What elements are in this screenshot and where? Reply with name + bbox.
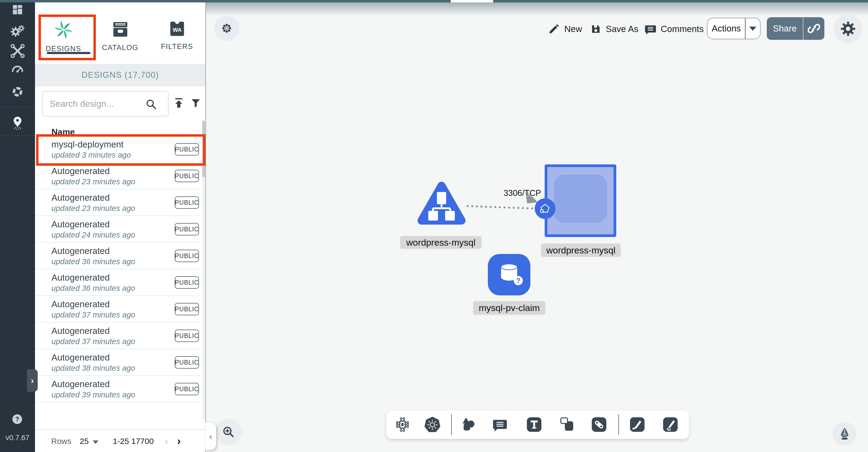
- actions-split-button[interactable]: Actions: [707, 18, 761, 39]
- node-label-service: wordpress-mysql: [400, 236, 482, 249]
- sidebar-item-performance[interactable]: [0, 60, 35, 80]
- visibility-badge: PUBLIC: [175, 170, 199, 182]
- pagination-footer: Rows 25 1-25 17700 ‹ ›: [35, 429, 206, 452]
- shapes-tool-button[interactable]: [460, 416, 477, 433]
- sidebar-expand-button[interactable]: ›: [27, 369, 38, 392]
- help-question-icon: ?: [16, 415, 20, 423]
- tab-filters[interactable]: WA FILTERS: [149, 0, 206, 64]
- design-updated: updated 38 minutes ago: [52, 364, 135, 373]
- kubernetes-tool-button[interactable]: [424, 416, 441, 433]
- new-label: New: [564, 24, 582, 34]
- catalog-archive-icon: [112, 21, 129, 39]
- actions-dropdown-button[interactable]: [745, 27, 760, 31]
- next-page-button[interactable]: ›: [177, 435, 181, 447]
- previous-page-button[interactable]: ‹: [165, 435, 168, 447]
- filter-funnel-icon: [190, 97, 202, 109]
- help-button[interactable]: ?: [12, 414, 22, 424]
- freehand-draw-button[interactable]: [662, 416, 679, 433]
- lifecycle-gears-icon: [9, 22, 26, 41]
- design-signature-button[interactable]: [833, 422, 857, 446]
- toolbar-divider: [618, 414, 619, 435]
- chevron-down-icon: [749, 27, 756, 31]
- chevron-right-icon: ›: [31, 376, 34, 386]
- visibility-badge: PUBLIC: [175, 143, 199, 156]
- comment-icon: [491, 416, 508, 433]
- node-pvc-mysql-pv-claim[interactable]: ?: [488, 254, 530, 296]
- connection-tool-icon: [590, 416, 608, 433]
- sidebar-item-extensions[interactable]: [0, 82, 35, 102]
- share-label: Share: [767, 23, 803, 34]
- design-row[interactable]: Autogenerated updated 39 minutes ago PUB…: [35, 376, 203, 402]
- design-row[interactable]: Autogenerated updated 38 minutes ago PUB…: [35, 349, 203, 376]
- design-updated: updated 37 minutes ago: [52, 337, 135, 346]
- configuration-wrenches-icon: [9, 43, 26, 60]
- design-name: Autogenerated: [52, 219, 110, 229]
- drawer-collapse-button[interactable]: ‹: [206, 422, 216, 450]
- sidebar-item-configuration[interactable]: [0, 41, 35, 62]
- design-row[interactable]: Autogenerated updated 23 minutes ago PUB…: [35, 189, 203, 216]
- design-row[interactable]: Autogenerated updated 23 minutes ago PUB…: [35, 163, 203, 189]
- zoom-in-button[interactable]: [215, 419, 242, 445]
- comment-tool-button[interactable]: [491, 416, 508, 433]
- sidebar-item-dashboard[interactable]: [0, 0, 35, 21]
- design-updated: updated 3 minutes ago: [52, 151, 131, 160]
- canvas-top-shadow: [206, 2, 868, 19]
- list-scrollbar-thumb[interactable]: [202, 121, 205, 177]
- active-tab-indicator: [47, 52, 90, 54]
- design-updated: updated 23 minutes ago: [52, 177, 135, 186]
- publish-upload-icon: [172, 97, 185, 110]
- import-design-button[interactable]: [172, 97, 185, 111]
- node-label-deployment: wordpress-mysql: [541, 244, 621, 257]
- visibility-badge: PUBLIC: [175, 330, 199, 342]
- sidebar-item-lifecycle[interactable]: [0, 21, 35, 42]
- design-row[interactable]: Autogenerated updated 36 minutes ago PUB…: [35, 243, 203, 269]
- kubernetes-icon: [424, 416, 441, 433]
- rectangle-tool-icon: [558, 416, 576, 433]
- settings-button[interactable]: [834, 14, 862, 43]
- node-service-wordpress-mysql[interactable]: [416, 180, 467, 230]
- designs-drawer: DESIGNS CATALOG WA: [35, 0, 206, 452]
- canvas-flower-menu-button[interactable]: [214, 15, 239, 41]
- chevron-down-icon[interactable]: [93, 441, 98, 444]
- edge-port-badge[interactable]: [535, 198, 555, 219]
- design-updated: updated 23 minutes ago: [52, 204, 135, 213]
- performance-gauge-icon: [9, 62, 26, 79]
- design-name: Autogenerated: [52, 272, 110, 283]
- save-as-button[interactable]: Save As: [590, 16, 638, 42]
- annotation-pen-button[interactable]: [629, 416, 646, 433]
- design-updated: updated 37 minutes ago: [52, 311, 135, 319]
- design-row[interactable]: Autogenerated updated 24 minutes ago PUB…: [35, 216, 203, 243]
- new-design-button[interactable]: New: [548, 16, 582, 42]
- design-row[interactable]: mysql-deployment updated 3 minutes ago P…: [35, 136, 203, 163]
- freehand-draw-icon: [662, 416, 679, 433]
- filter-list-button[interactable]: [190, 97, 202, 110]
- design-row[interactable]: Autogenerated updated 37 minutes ago PUB…: [35, 296, 203, 323]
- sidebar-item-kanvas[interactable]: [0, 112, 35, 133]
- visibility-badge: PUBLIC: [175, 250, 199, 262]
- component-tool-button[interactable]: [394, 416, 411, 433]
- design-list: mysql-deployment updated 3 minutes ago P…: [35, 136, 203, 402]
- design-row[interactable]: Autogenerated updated 36 minutes ago PUB…: [35, 269, 203, 296]
- design-updated: updated 36 minutes ago: [52, 284, 135, 293]
- chevron-left-icon: ‹: [209, 431, 212, 442]
- share-split-button[interactable]: Share: [767, 17, 825, 40]
- pen-nib-icon: [838, 427, 851, 441]
- dashboard-icon: [10, 2, 25, 19]
- text-tool-button[interactable]: [526, 416, 543, 433]
- meshery-spiral-icon: [55, 21, 72, 40]
- designs-count-header: DESIGNS (17,700): [35, 64, 206, 86]
- deployment-inner-shape: [554, 174, 607, 223]
- visibility-badge: PUBLIC: [175, 383, 199, 395]
- rows-per-page-select[interactable]: 25: [80, 437, 89, 446]
- design-row[interactable]: Autogenerated updated 37 minutes ago PUB…: [35, 323, 203, 349]
- visibility-badge: PUBLIC: [175, 196, 199, 209]
- design-name: Autogenerated: [52, 193, 110, 203]
- tab-catalog[interactable]: CATALOG: [92, 0, 149, 64]
- window-top-tab-highlight: [451, 0, 493, 2]
- comments-button[interactable]: Comments: [645, 16, 704, 42]
- copy-link-button[interactable]: [803, 22, 825, 35]
- rectangle-tool-button[interactable]: [558, 416, 576, 433]
- wasm-filter-icon: WA: [169, 21, 185, 38]
- connection-tool-button[interactable]: [590, 416, 608, 433]
- pencil-icon: [548, 23, 560, 35]
